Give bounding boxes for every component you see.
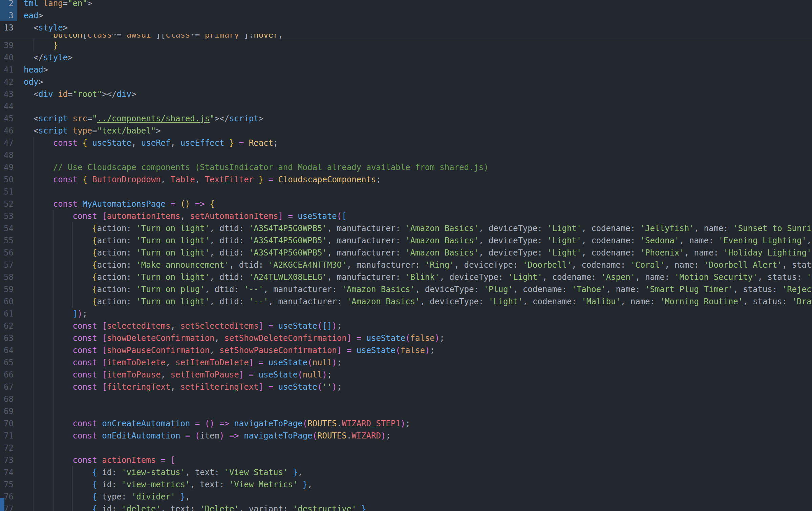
code-line[interactable]: 13 <style>	[0, 22, 812, 34]
code-line[interactable]: 41</head>	[0, 64, 812, 76]
code-line[interactable]: 70 const onCreateAutomation = () => navi…	[0, 417, 812, 430]
line-number[interactable]: 3	[0, 9, 24, 22]
code-line[interactable]: 51	[0, 186, 812, 198]
code-line[interactable]: 52 const MyAutomationsPage = () => {	[0, 198, 812, 210]
line-number[interactable]: 61	[0, 308, 24, 320]
line-number[interactable]: 46	[0, 125, 24, 137]
line-number[interactable]: 50	[0, 173, 24, 186]
code-line[interactable]: 40 </style>	[0, 52, 812, 64]
line-number[interactable]: 52	[0, 198, 24, 210]
token	[254, 175, 258, 184]
code-line[interactable]: 67 const [filteringText, setFilteringTex…	[0, 381, 812, 393]
code-line[interactable]: 69	[0, 405, 812, 417]
token	[24, 321, 73, 331]
code-line[interactable]: 58 {action: 'Turn on light', dtid: 'A24T…	[0, 271, 812, 283]
code-line[interactable]: 43 <div id="root"></div>	[0, 88, 812, 100]
line-number[interactable]: 60	[0, 295, 24, 308]
code-line[interactable]: 54 {action: 'Turn on light', dtid: 'A3S4…	[0, 222, 812, 234]
code-line[interactable]: 60 {action: 'Turn on light', dtid: '--',…	[0, 295, 812, 308]
code-line[interactable]: 2<html lang="en">	[0, 0, 812, 9]
line-number[interactable]: 41	[0, 64, 24, 76]
line-number[interactable]: 57	[0, 259, 24, 271]
line-number[interactable]: 49	[0, 161, 24, 173]
line-number[interactable]: 68	[0, 393, 24, 405]
line-number[interactable]: 13	[0, 22, 24, 34]
code-line[interactable]: 3<head>	[0, 9, 812, 22]
line-number[interactable]: 67	[0, 381, 24, 393]
line-number[interactable]: 59	[0, 283, 24, 295]
code-line[interactable]: 47 const { useState, useRef, useEffect }…	[0, 137, 812, 149]
line-number[interactable]: 62	[0, 320, 24, 332]
line-number[interactable]: 65	[0, 356, 24, 369]
line-number[interactable]: 53	[0, 210, 24, 222]
code-line[interactable]: 55 {action: 'Turn on light', dtid: 'A3S4…	[0, 234, 812, 247]
line-number[interactable]: 72	[0, 442, 24, 454]
line-number[interactable]: 44	[0, 100, 24, 113]
code-line[interactable]: 74 { id: 'view-status', text: 'View Stat…	[0, 466, 812, 478]
line-number[interactable]: 74	[0, 466, 24, 478]
token: , deviceType:	[479, 248, 547, 258]
code-line[interactable]: 75 { id: 'view-metrics', text: 'View Met…	[0, 478, 812, 491]
code-line[interactable]: 64 const [showPauseConfirmation, setShow…	[0, 344, 812, 356]
line-number[interactable]: 42	[0, 76, 24, 88]
code-area[interactable]: 39 }40 </style>41</head>42<body>43 <div …	[0, 39, 812, 511]
line-number[interactable]: 43	[0, 88, 24, 100]
line-number[interactable]: 66	[0, 369, 24, 381]
line-number[interactable]: 48	[0, 149, 24, 161]
code-line[interactable]: 46 <script type="text/babel">	[0, 125, 812, 137]
line-number[interactable]: 2	[0, 0, 24, 9]
code-line[interactable]: 45 <script src="../components/shared.js"…	[0, 113, 812, 125]
code-line[interactable]: 61 ]);	[0, 308, 812, 320]
code-line[interactable]: 53 const [automationItems, setAutomation…	[0, 210, 812, 222]
line-number[interactable]: 75	[0, 478, 24, 491]
code-line[interactable]: 50 const { ButtonDropdown, Table, TextFi…	[0, 173, 812, 186]
code-line[interactable]: 65 const [itemToDelete, setItemToDelete]…	[0, 356, 812, 369]
line-number[interactable]: 51	[0, 186, 24, 198]
line-number[interactable]: 47	[0, 137, 24, 149]
line-number[interactable]: 55	[0, 234, 24, 247]
line-number[interactable]: 56	[0, 247, 24, 259]
line-number[interactable]: 39	[0, 39, 24, 52]
token	[78, 138, 82, 148]
line-number[interactable]: 71	[0, 430, 24, 442]
token: filteringText	[107, 382, 171, 392]
code-line[interactable]: 63 const [showDeleteConfirmation, setSho…	[0, 332, 812, 344]
code-line[interactable]: 68	[0, 393, 812, 405]
line-number[interactable]: 73	[0, 454, 24, 466]
token: , dtid:	[210, 272, 249, 282]
code-line[interactable]: 44	[0, 100, 812, 113]
line-number[interactable]: 40	[0, 52, 24, 64]
code-line[interactable]: 76 { type: 'divider' },	[0, 491, 812, 503]
code-line[interactable]: 56 {action: 'Turn on light', dtid: 'A3S4…	[0, 247, 812, 259]
token: ;	[337, 321, 342, 331]
code-line[interactable]: 73 const actionItems = [	[0, 454, 812, 466]
code-line[interactable]: 39 }	[0, 39, 812, 52]
line-number[interactable]	[0, 34, 24, 39]
line-number[interactable]: 64	[0, 344, 24, 356]
token	[24, 431, 73, 441]
line-number[interactable]: 63	[0, 332, 24, 344]
code-line[interactable]: 42<body>	[0, 76, 812, 88]
indent-guide	[53, 295, 54, 308]
code-line[interactable]: 62 const [selectedItems, setSelectedItem…	[0, 320, 812, 332]
token: {	[92, 504, 97, 511]
token	[24, 211, 73, 221]
line-number[interactable]: 70	[0, 417, 24, 430]
token: 'Sunset to Sunrise'	[733, 224, 812, 233]
code-line[interactable]: 66 const [itemToPause, setItemToPause] =…	[0, 369, 812, 381]
token: 'Amazon Basics'	[347, 297, 420, 306]
code-line[interactable]: 48	[0, 149, 812, 161]
token: ;	[440, 333, 444, 343]
line-number[interactable]: 54	[0, 222, 24, 234]
line-number[interactable]: 45	[0, 113, 24, 125]
line-number[interactable]: 69	[0, 405, 24, 417]
code-line[interactable]: button[class*="awsui"][class*="primary"]…	[0, 34, 812, 39]
code-line[interactable]: 49 // Use Cloudscape components (StatusI…	[0, 161, 812, 173]
code-line[interactable]: 71 const onEditAutomation = (item) => na…	[0, 430, 812, 442]
code-line[interactable]: 59 {action: 'Turn on plug', dtid: '--', …	[0, 283, 812, 295]
code-line[interactable]: 72	[0, 442, 812, 454]
code-line[interactable]: 57 {action: 'Make announcement', dtid: '…	[0, 259, 812, 271]
line-number[interactable]: 58	[0, 271, 24, 283]
token: const	[53, 175, 78, 184]
code-line[interactable]: 77 { id: 'delete', text: 'Delete', varia…	[0, 503, 812, 511]
